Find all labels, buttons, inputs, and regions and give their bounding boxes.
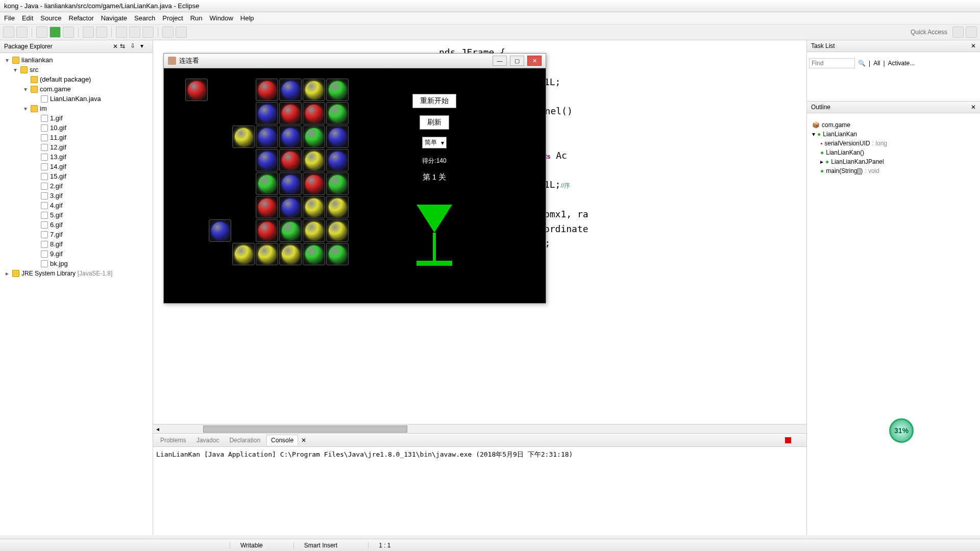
game-tile[interactable]	[303, 102, 325, 124]
toggle-button[interactable]	[142, 27, 154, 38]
menu-run[interactable]: Run	[190, 14, 203, 22]
game-tile[interactable]	[279, 79, 302, 101]
game-tile[interactable]	[256, 219, 278, 242]
activate-link[interactable]: Activate...	[888, 60, 915, 67]
quick-access[interactable]: Quick Access	[908, 28, 950, 37]
difficulty-select[interactable]: 简单▾	[422, 137, 447, 148]
game-tile[interactable]	[279, 102, 302, 124]
game-tile[interactable]	[303, 243, 325, 265]
game-tile[interactable]	[279, 172, 302, 195]
new-package-button[interactable]	[83, 27, 94, 38]
forward-button[interactable]	[176, 27, 187, 38]
game-titlebar[interactable]: 连连看 — ▢ ✕	[164, 54, 546, 68]
save-button[interactable]	[16, 27, 28, 38]
close-icon[interactable]: ✕	[113, 43, 118, 50]
refresh-button[interactable]: 刷新	[420, 115, 449, 130]
tree-image-file[interactable]: 9.gif	[2, 249, 151, 259]
tree-image-file[interactable]: 10.gif	[2, 123, 151, 133]
maximize-button[interactable]: ▢	[510, 56, 524, 66]
game-tile[interactable]	[303, 126, 325, 148]
game-tile[interactable]	[326, 243, 349, 265]
menu-search[interactable]: Search	[134, 14, 155, 22]
game-tile[interactable]	[209, 219, 231, 242]
menu-source[interactable]: Source	[40, 14, 61, 22]
tree-image-file[interactable]: 8.gif	[2, 239, 151, 249]
minimize-button[interactable]: —	[493, 56, 507, 66]
tree-im-folder[interactable]: ▾im	[2, 104, 151, 113]
outline-field[interactable]: ▪serialVersionUID: long	[810, 139, 977, 148]
menu-refactor[interactable]: Refactor	[69, 14, 94, 22]
search-icon[interactable]: 🔍	[858, 60, 866, 67]
perspective-java-icon[interactable]	[952, 27, 964, 38]
menu-file[interactable]: File	[4, 14, 15, 22]
tab-declaration[interactable]: Declaration	[225, 435, 264, 445]
menu-navigate[interactable]: Navigate	[101, 14, 127, 22]
game-tile[interactable]	[256, 196, 278, 218]
run-button[interactable]	[50, 27, 61, 38]
tree-image-file[interactable]: 3.gif	[2, 191, 151, 201]
game-tile[interactable]	[326, 126, 349, 148]
back-button[interactable]	[162, 27, 174, 38]
close-icon[interactable]: ✕	[971, 42, 976, 49]
outline-package[interactable]: 📦com.game	[810, 120, 977, 130]
tree-image-file[interactable]: 11.gif	[2, 133, 151, 142]
menu-edit[interactable]: Edit	[22, 14, 33, 22]
tree-image-file[interactable]: 14.gif	[2, 162, 151, 171]
outline-constructor[interactable]: ●LianLianKan()	[810, 148, 977, 157]
terminate-button[interactable]	[785, 437, 791, 443]
outline-main[interactable]: ●main(String[]): void	[810, 166, 977, 176]
tree-image-file[interactable]: 7.gif	[2, 230, 151, 239]
link-icon[interactable]: ⇩	[130, 42, 138, 51]
game-tile[interactable]	[303, 79, 325, 101]
tree-image-file[interactable]: 2.gif	[2, 181, 151, 191]
game-tile[interactable]	[256, 79, 278, 101]
game-tile[interactable]	[326, 79, 349, 101]
game-tile[interactable]	[256, 126, 278, 148]
game-tile[interactable]	[279, 196, 302, 218]
tree-image-file[interactable]: 5.gif	[2, 210, 151, 220]
game-tile[interactable]	[256, 149, 278, 171]
game-tile[interactable]	[232, 243, 255, 265]
tab-javadoc[interactable]: Javadoc	[192, 435, 224, 445]
outline-class[interactable]: ▾●LianLianKan	[810, 130, 977, 139]
game-tile[interactable]	[326, 172, 349, 195]
debug-button[interactable]	[36, 27, 47, 38]
tree-src[interactable]: ▾src	[2, 65, 151, 74]
game-tile[interactable]	[326, 102, 349, 124]
menu-project[interactable]: Project	[162, 14, 183, 22]
tree-image-file[interactable]: 12.gif	[2, 142, 151, 152]
tree-image-file[interactable]: 6.gif	[2, 220, 151, 230]
menu-help[interactable]: Help	[240, 14, 254, 22]
game-tile[interactable]	[256, 243, 278, 265]
scrollbar-thumb[interactable]	[203, 425, 407, 433]
tree-project[interactable]: ▾lianliankan	[2, 55, 151, 65]
game-tile[interactable]	[303, 196, 325, 218]
menu-window[interactable]: Window	[210, 14, 233, 22]
close-button[interactable]: ✕	[527, 56, 542, 66]
tree-java-file[interactable]: LianLianKan.java	[2, 94, 151, 104]
game-tile[interactable]	[326, 219, 349, 242]
game-tile[interactable]	[303, 172, 325, 195]
open-type-button[interactable]	[116, 27, 127, 38]
scroll-left-icon[interactable]: ◂	[153, 425, 162, 433]
performance-widget[interactable]: 31%	[889, 418, 914, 443]
game-tile[interactable]	[279, 243, 302, 265]
find-input[interactable]	[809, 58, 855, 68]
tree-image-file[interactable]: 4.gif	[2, 201, 151, 210]
new-class-button[interactable]	[96, 27, 107, 38]
game-tile[interactable]	[279, 149, 302, 171]
game-tile[interactable]	[279, 219, 302, 242]
tree-image-file[interactable]: 1.gif	[2, 113, 151, 123]
horizontal-scrollbar[interactable]: ◂	[153, 424, 806, 433]
game-tile[interactable]	[232, 126, 255, 148]
game-tile[interactable]	[326, 149, 349, 171]
restart-button[interactable]: 重新开始	[412, 94, 456, 108]
collapse-icon[interactable]: ⇆	[120, 42, 128, 51]
game-tile[interactable]	[185, 79, 208, 101]
close-icon[interactable]: ✕	[971, 104, 976, 111]
search-button[interactable]	[129, 27, 140, 38]
close-icon[interactable]: ✕	[301, 437, 306, 444]
coverage-button[interactable]	[63, 27, 74, 38]
perspective-debug-icon[interactable]	[966, 27, 977, 38]
tab-console[interactable]: Console	[266, 435, 298, 445]
